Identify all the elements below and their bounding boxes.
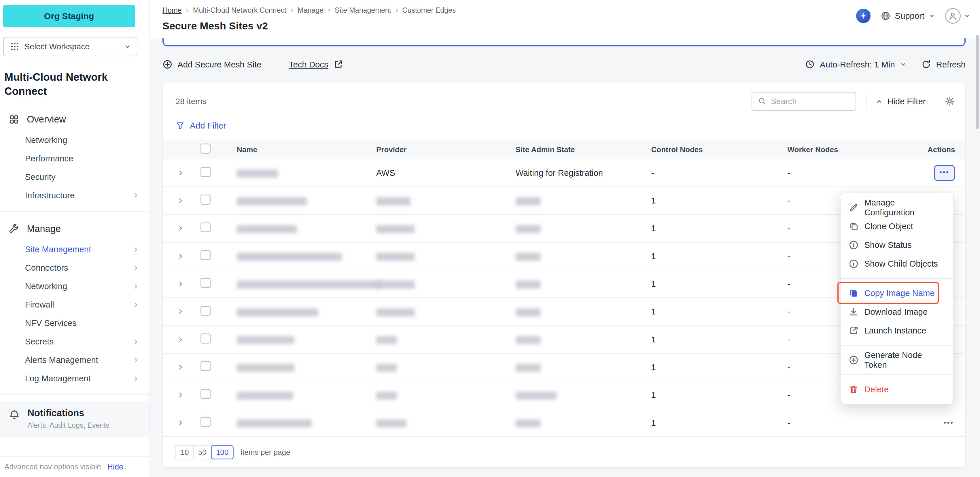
cell-control-nodes: - <box>651 168 788 178</box>
breadcrumb-item: Customer Edges <box>402 6 456 14</box>
sidebar-item-secrets[interactable]: Secrets <box>0 332 150 351</box>
menu-item-generate-node-token[interactable]: Generate Node Token <box>841 351 953 370</box>
items-count: 28 items <box>175 97 206 106</box>
nav-section-label: Overview <box>27 114 66 125</box>
page-size-option-100[interactable]: 100 <box>211 445 234 459</box>
sidebar-item-nfv-services[interactable]: NFV Services <box>0 314 150 332</box>
chevron-up-icon <box>876 98 882 105</box>
row-checkbox[interactable] <box>200 333 211 343</box>
sidebar-item-performance[interactable]: Performance <box>0 149 150 168</box>
menu-item-delete[interactable]: Delete <box>841 380 953 399</box>
sidebar-item-site-management[interactable]: Site Management <box>0 240 150 258</box>
menu-item-copy-image-name[interactable]: Copy Image Name <box>841 284 953 303</box>
table-row: AWSWaiting for Registration--••• <box>163 160 965 187</box>
row-actions-button[interactable]: ••• <box>943 416 955 429</box>
nav-section-label: Manage <box>27 224 61 235</box>
sidebar-item-label: Log Management <box>25 373 91 383</box>
row-expander[interactable] <box>175 307 186 317</box>
cell-control-nodes: 1 <box>651 390 788 400</box>
row-expander[interactable] <box>175 390 186 400</box>
sidebar-item-firewall[interactable]: Firewall <box>0 295 150 314</box>
select-all-checkbox[interactable] <box>200 144 211 154</box>
page-size-option-50[interactable]: 50 <box>193 445 212 459</box>
select-all-cell <box>200 144 237 156</box>
cell-name <box>237 251 376 261</box>
row-expander[interactable] <box>175 418 186 428</box>
account-menu[interactable] <box>945 8 970 24</box>
nav-section-overview[interactable]: Overview <box>0 108 150 131</box>
breadcrumb-separator-icon: › <box>186 6 189 15</box>
cell-site-admin-state <box>515 251 651 261</box>
plus-circle-icon <box>849 355 859 365</box>
row-checkbox[interactable] <box>200 417 211 427</box>
external-link-icon <box>333 59 344 69</box>
add-secure-mesh-site-button[interactable]: Add Secure Mesh Site <box>162 59 261 69</box>
column-header-site-admin-state[interactable]: Site Admin State <box>515 145 651 154</box>
sidebar-item-networking[interactable]: Networking <box>0 131 150 149</box>
assistant-button[interactable] <box>856 9 870 23</box>
column-header-provider[interactable]: Provider <box>376 145 515 154</box>
workspace-selector[interactable]: Select Workspace <box>3 37 138 56</box>
auto-refresh-select[interactable]: Auto-Refresh: 1 Min <box>805 59 906 69</box>
cell-site-admin-state <box>515 362 651 372</box>
tech-docs-link[interactable]: Tech Docs <box>289 59 344 69</box>
chevron-right-icon <box>132 283 139 290</box>
toolbar-left: Add Secure Mesh Site Tech Docs <box>162 59 344 69</box>
org-button[interactable]: Org Staging <box>3 5 135 27</box>
row-checkbox[interactable] <box>200 306 211 316</box>
add-filter-button[interactable]: Add Filter <box>163 117 239 140</box>
page-size-option-10[interactable]: 10 <box>175 445 194 459</box>
column-header-worker-nodes[interactable]: Worker Nodes <box>788 145 894 154</box>
row-expander[interactable] <box>175 362 186 372</box>
menu-item-show-child-objects[interactable]: Show Child Objects <box>841 255 953 273</box>
menu-item-label: Clone Object <box>864 221 913 231</box>
table-row: 1-••• <box>163 409 965 437</box>
row-checkbox[interactable] <box>200 278 211 288</box>
sidebar-item-alerts-management[interactable]: Alerts Management <box>0 351 150 369</box>
breadcrumb-item[interactable]: Manage <box>298 6 323 14</box>
support-menu[interactable]: Support <box>881 11 935 21</box>
row-checkbox[interactable] <box>200 222 211 233</box>
sidebar-item-networking[interactable]: Networking <box>0 277 150 295</box>
sidebar-item-connectors[interactable]: Connectors <box>0 258 150 277</box>
breadcrumb-item[interactable]: Multi-Cloud Network Connect <box>193 6 286 14</box>
hide-nav-link[interactable]: Hide <box>107 462 123 472</box>
menu-item-clone-object[interactable]: Clone Object <box>841 217 953 236</box>
menu-item-manage-configuration[interactable]: Manage Configuration <box>841 198 953 217</box>
row-expander[interactable] <box>175 279 186 289</box>
sidebar-item-security[interactable]: Security <box>0 168 150 186</box>
menu-item-launch-instance[interactable]: Launch Instance <box>841 321 953 340</box>
breadcrumb-item[interactable]: Home <box>162 6 182 14</box>
chevron-right-icon <box>177 280 185 288</box>
row-checkbox[interactable] <box>200 195 211 205</box>
gear-icon[interactable] <box>945 96 955 107</box>
row-expander[interactable] <box>175 168 186 178</box>
hide-filter-button[interactable]: Hide Filter <box>876 97 926 106</box>
row-expander[interactable] <box>175 196 186 206</box>
sidebar-item-infrastructure[interactable]: Infrastructure <box>0 186 150 205</box>
row-expander[interactable] <box>175 334 186 345</box>
menu-item-download-image[interactable]: Download Image <box>841 303 953 321</box>
page-scrollbar[interactable] <box>976 35 979 129</box>
sidebar-item-label: Infrastructure <box>25 190 75 200</box>
menu-group: Manage ConfigurationClone ObjectShow Sta… <box>841 193 953 278</box>
row-checkbox[interactable] <box>200 389 211 399</box>
row-expander[interactable] <box>175 223 186 233</box>
column-header-control-nodes[interactable]: Control Nodes <box>651 145 788 154</box>
row-checkbox[interactable] <box>200 250 211 260</box>
sidebar-item-notifications[interactable]: Notifications Alerts, Audit Logs, Events <box>0 401 150 437</box>
redacted-text <box>237 197 307 205</box>
sidebar-item-log-management[interactable]: Log Management <box>0 369 150 388</box>
refresh-button[interactable]: Refresh <box>921 59 966 69</box>
row-checkbox[interactable] <box>200 361 211 371</box>
column-header-name[interactable]: Name <box>237 145 376 154</box>
breadcrumb-item[interactable]: Site Management <box>335 6 391 14</box>
menu-item-show-status[interactable]: Show Status <box>841 236 953 255</box>
row-checkbox[interactable] <box>200 167 211 177</box>
sidebar-item-label: Performance <box>25 154 73 163</box>
row-expander[interactable] <box>175 251 186 261</box>
checkbox-cell <box>200 306 237 318</box>
search-input[interactable] <box>771 97 850 106</box>
nav-section-manage[interactable]: Manage <box>0 218 150 240</box>
row-actions-button[interactable]: ••• <box>934 165 955 181</box>
